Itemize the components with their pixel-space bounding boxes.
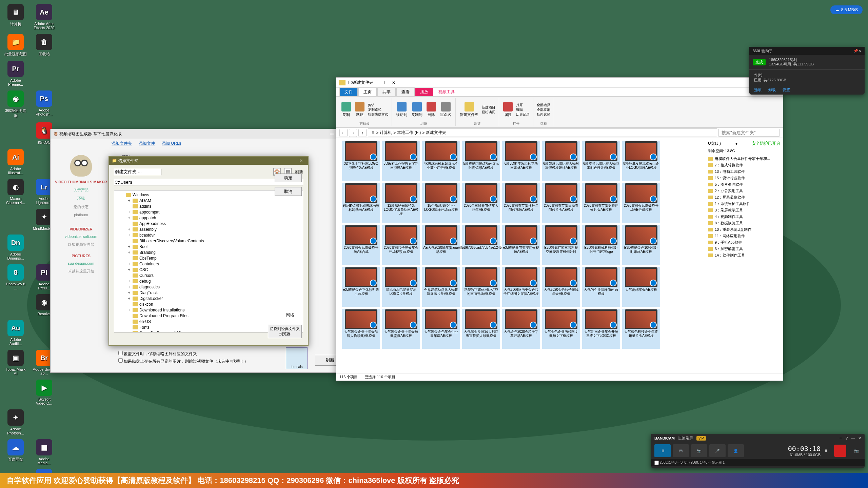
video-thumbnail[interactable]: 3D立体十字标志LOGO演绎特效AE模板 <box>342 141 380 181</box>
tab-add-folder[interactable]: 添加文件夹 <box>112 141 132 146</box>
video-thumbnail[interactable]: 大气3D园际历史金色粒子红绸图文展演AE模板 <box>502 267 540 307</box>
desktop-icon[interactable]: PsAdobe Photosh... <box>31 89 57 120</box>
easy-access-button[interactable]: 轻松访问 <box>482 110 495 115</box>
tree-item[interactable]: +assembly <box>116 226 301 232</box>
sidebar-folder[interactable]: 2：办公实用工具 <box>708 188 780 194</box>
mode-device[interactable]: 📷 <box>691 444 707 457</box>
tree-item[interactable]: +debug <box>116 278 301 284</box>
history-button[interactable]: 历史记录 <box>516 112 530 117</box>
video-thumbnail[interactable]: 3D政府工作报告文字动画演绎AE模板 <box>382 141 420 181</box>
video-thumbnail[interactable]: 大气动画企业年会开场三维文字LOGO模板 <box>582 309 620 349</box>
paste-button[interactable]: 粘贴 <box>354 101 365 118</box>
video-thumbnail[interactable]: 大气的企业演绎简画ae模板 <box>582 267 620 307</box>
select-all-button[interactable]: 全部选择 <box>537 103 550 107</box>
copy-path-button[interactable]: 复制路径 <box>368 107 388 112</box>
video-thumbnail[interactable]: 9款4K炫彩毛刷玻璃画家标题动画AE模板 <box>342 183 380 223</box>
mode-game[interactable]: 🎮 <box>673 444 689 457</box>
video-thumbnail[interactable]: 2020震撼火凤凰爆炸开场AE合成 <box>342 225 380 265</box>
video-thumbnail[interactable]: 6款鼓炫风情比赛人物对决牌模板设计AE模板 <box>542 141 580 181</box>
tree-item[interactable]: +ADAM <box>116 198 301 203</box>
video-thumbnail[interactable]: 2020震撼春节贺日新春问候片头AE模板 <box>542 183 580 223</box>
desktop-icon[interactable]: 📁批量视频截图 <box>3 33 28 58</box>
video-thumbnail[interactable]: e3d震撼春节贺岁问候视频AE模板 <box>502 225 540 265</box>
video-thumbnail[interactable]: 大气黑金质感3d人形红绸宣誓梦人颁奖模板 <box>462 309 500 349</box>
tree-item[interactable]: +DigitalLocker <box>116 296 301 301</box>
video-thumbnail[interactable]: 大气高端年会AE模板 <box>622 267 660 307</box>
cut-button[interactable]: 剪切 <box>368 103 388 107</box>
tree-item[interactable]: +DiagTrack <box>116 290 301 296</box>
video-thumbnail[interactable]: 12款炫酷光线特效LOGO字幕条动画AE模板 <box>382 183 420 223</box>
desktop-icon[interactable]: ✦Adobe Photosh... <box>3 408 28 436</box>
video-thumbnail[interactable]: 大气2020金色粒子光线年会AE模板 <box>542 267 580 307</box>
tree-item[interactable]: +bcastdvr <box>116 232 301 238</box>
sidebar-folder[interactable]: 8：数据恢复工具 <box>708 220 780 226</box>
tree-item[interactable]: Downloaded Program Files <box>116 313 301 319</box>
desktop-icon[interactable]: AeAdobe After Effects 2020 <box>31 3 57 31</box>
sidebar-folder[interactable]: 6：加密解密工具 <box>708 246 780 252</box>
desktop-icon[interactable]: ◐Maxon Cinema 4... <box>3 178 28 206</box>
video-thumbnail[interactable]: 大气黑金金色年会企业周年庆AE模板 <box>422 309 460 349</box>
video-thumbnail[interactable]: AE大气2020鼠年贺岁开场模板 <box>422 225 460 265</box>
sidebar-folder[interactable]: 1：系统维护工具软件 <box>708 201 780 207</box>
desktop-icon[interactable]: AiAdobe Illustrat... <box>3 148 28 176</box>
tree-item[interactable]: +diagnostics <box>116 284 301 290</box>
tree-item[interactable]: BitLockerDiscoveryVolumeContents <box>116 238 301 244</box>
bc-menu[interactable]: ⋯ <box>839 436 842 441</box>
dialog-close-button[interactable]: ✕ <box>297 157 305 164</box>
nav-fwd[interactable]: → <box>349 129 357 137</box>
new-folder-input[interactable] <box>114 169 161 175</box>
bc-help[interactable]: ? <box>846 436 848 440</box>
tree-item[interactable]: +apppatch <box>116 215 301 221</box>
sidebar-folder[interactable]: 7：格式转换软件 <box>708 162 780 168</box>
mode-mic[interactable]: 🎤 <box>709 444 726 457</box>
tab-vtools[interactable]: 视频工具 <box>434 88 459 96</box>
exp-close[interactable]: ✕ <box>390 79 398 86</box>
video-thumbnail[interactable]: e3d震撼金色立体照明典礼ae模板 <box>342 267 380 307</box>
drive-label[interactable]: U盘(J:) <box>708 141 721 146</box>
tree-item[interactable]: +Boot <box>116 244 301 249</box>
video-thumbnail[interactable]: 2020震撼粒子光效年会开场视频ae模板 <box>382 225 420 265</box>
video-thumbnail[interactable]: 2020震撼火凤凰爆炸开场AE合成模板 <box>622 183 660 223</box>
record-button[interactable] <box>834 445 846 457</box>
tab-view[interactable]: 查看 <box>396 87 415 96</box>
nav-back[interactable]: ← <box>339 129 348 137</box>
video-thumbnail[interactable]: 8种环形发光流览效果企业LOGO演绎AE模板 <box>622 141 660 181</box>
tab-add-file[interactable]: 添加文件 <box>139 141 155 146</box>
tutorials-button[interactable]: tutorials <box>286 347 308 369</box>
sidebar-folder[interactable]: 11：网络应用软件 <box>708 233 780 239</box>
moveto-button[interactable]: 移动到 <box>395 101 408 118</box>
exp-maximize[interactable]: ☐ <box>381 79 390 86</box>
video-thumbnail[interactable]: 大气金色企业历代图文奖颁文字框模板 <box>542 309 580 349</box>
video-thumbnail[interactable]: 大气金色2020会粒子字幕开场AE模板 <box>502 309 540 349</box>
video-thumbnail[interactable]: 4K玻璃磨砂标题展示企业商业广告AE模板 <box>422 141 460 181</box>
tab-play[interactable]: 播放 <box>415 88 433 96</box>
video-thumbnail[interactable]: 大气蓝色科技企业年终销量片头AE模板 <box>622 309 660 349</box>
minimize-button[interactable]: — <box>328 130 336 137</box>
desktop-icon[interactable]: ▦Adobe Media... <box>31 438 57 466</box>
switch-classic-button[interactable]: 切换到经典文件夹浏览器 <box>268 325 302 338</box>
sidebar-folder[interactable]: 15：设计行业软件 <box>708 175 780 181</box>
bc-close[interactable]: ✕ <box>858 436 861 441</box>
video-thumbnail[interactable]: 2020震撼春节贺财春问候片头AE模板 <box>582 183 620 223</box>
link-settings[interactable]: 设置 <box>783 87 790 93</box>
copy-button[interactable]: 复制 <box>341 101 352 118</box>
desktop-icon[interactable]: 🖥计算机 <box>3 3 28 31</box>
tree-item[interactable]: +Containers <box>116 261 301 267</box>
region-check[interactable] <box>654 461 659 465</box>
video-thumbnail[interactable]: E3D震撼金色10秒倒计时爆炸AE模板 <box>622 225 660 265</box>
tree-item[interactable]: AppReadiness <box>116 221 301 226</box>
new-item-button[interactable]: 新建项目 <box>482 105 495 110</box>
sidebar-folder[interactable]: 5：图片处理软件 <box>708 181 780 188</box>
tree-item[interactable]: addins <box>116 203 301 209</box>
video-thumbnail[interactable]: 6款霓虹风情比赛人物演出彩色设计AE模板 <box>582 141 620 181</box>
desktop-icon[interactable]: ☁百度网盘 <box>3 438 28 466</box>
desktop-icon[interactable]: 🗑回收站 <box>31 33 57 58</box>
nav-up[interactable]: ↑ <box>358 129 367 137</box>
ok-button[interactable]: 确定 <box>275 174 302 182</box>
invert-sel-button[interactable]: 反向选择 <box>537 112 550 117</box>
paste-shortcut-button[interactable]: 粘贴快捷方式 <box>368 112 388 117</box>
video-thumbnail[interactable]: E3D震撼机械科技倒计时开门迷宫logo <box>582 225 620 265</box>
sidebar-folder[interactable]: 4：视频制作工具 <box>708 214 780 220</box>
breadcrumb[interactable]: 🖥 > 计算机 > 本地工作 (F:) > 新建文件夹 <box>368 128 717 137</box>
sidebar-folder[interactable]: 12：屏幕显像软件 <box>708 194 780 201</box>
